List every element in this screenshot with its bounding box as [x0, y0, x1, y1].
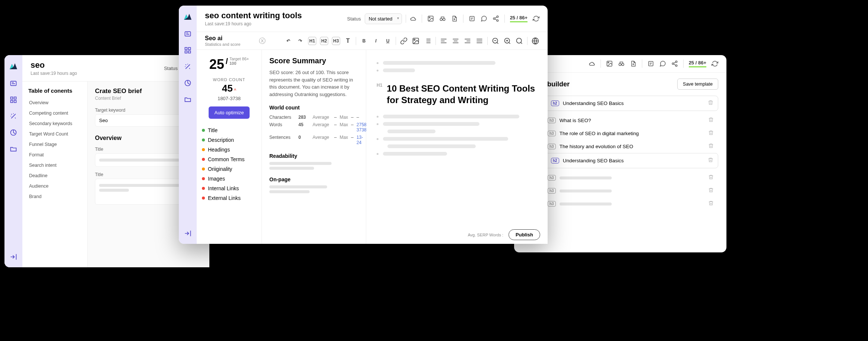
trash-icon[interactable]	[708, 117, 714, 124]
h3-button[interactable]: H3	[332, 37, 340, 45]
login-icon[interactable]	[184, 230, 191, 237]
zoom-out-icon[interactable]	[491, 37, 500, 45]
list-icon[interactable]	[424, 37, 432, 45]
cloud-icon[interactable]	[589, 60, 595, 67]
chart-icon[interactable]	[10, 129, 17, 136]
italic-button[interactable]: I	[372, 37, 380, 45]
auto-optimize-button[interactable]: Auto optimize	[209, 106, 250, 119]
comment-icon[interactable]	[659, 60, 666, 67]
toc-item[interactable]: Audience	[26, 181, 83, 191]
add-doc-icon[interactable]	[630, 60, 637, 67]
outline-h3-row[interactable]: ⋮⋮h3The role of SEO in digital marketing	[522, 127, 718, 140]
zoom-reset-icon[interactable]	[515, 37, 523, 45]
image-icon[interactable]	[606, 60, 613, 67]
h1-tag: H1	[377, 83, 382, 88]
outline-h3-row[interactable]: ⋮⋮h3	[522, 171, 718, 184]
refresh-icon[interactable]	[712, 60, 718, 67]
align-center-icon[interactable]	[452, 37, 460, 45]
editor-panel[interactable]: H1 10 Best SEO Content Writing Tools for…	[366, 50, 548, 244]
trash-icon[interactable]	[708, 130, 714, 137]
grid-icon[interactable]	[184, 47, 191, 54]
close-icon[interactable]: ⓧ	[259, 36, 266, 45]
globe-icon[interactable]	[531, 37, 539, 45]
svg-point-21	[414, 39, 415, 40]
outline-h3-row[interactable]: ⋮⋮h3	[522, 184, 718, 197]
chart-icon[interactable]	[184, 79, 191, 87]
check-item[interactable]: Title	[202, 125, 256, 135]
h2-button[interactable]: H2	[320, 37, 328, 45]
outline-h2-row[interactable]: ⋮⋮h2Understanding SEO Basics	[522, 153, 718, 168]
status-select[interactable]: Not started	[365, 13, 402, 24]
trash-icon[interactable]	[708, 187, 714, 194]
check-item[interactable]: Images	[202, 174, 256, 184]
toc-item[interactable]: Format	[26, 150, 83, 160]
h1-button[interactable]: H1	[308, 37, 316, 45]
trash-icon[interactable]	[708, 174, 714, 181]
check-item[interactable]: Internal Links	[202, 184, 256, 193]
outline-h3-row[interactable]: ⋮⋮h3The history and evolution of SEO	[522, 140, 718, 153]
outline-h2-row[interactable]: ⋮⋮h2Understanding SEO Basics	[522, 96, 718, 111]
outline-h3-row[interactable]: ⋮⋮h3What is SEO?	[522, 114, 718, 127]
cloud-icon[interactable]	[410, 15, 416, 22]
toc-item[interactable]: Overview	[26, 98, 83, 108]
note-icon[interactable]	[647, 60, 654, 67]
brief-icon[interactable]	[184, 30, 191, 38]
outline-h3-row[interactable]: ⋮⋮h3	[522, 197, 718, 210]
image-icon[interactable]	[427, 15, 434, 22]
doc-title: seo content writing tools	[205, 11, 302, 20]
save-template-button[interactable]: Save template	[677, 79, 718, 90]
svg-rect-4	[14, 101, 16, 103]
toc-title: Table of conents	[26, 87, 83, 94]
toc-item[interactable]: Funnel Stage	[26, 139, 83, 150]
bold-button[interactable]: B	[360, 37, 368, 45]
toc-item[interactable]: Competing content	[26, 108, 83, 118]
trash-icon[interactable]	[708, 157, 713, 164]
check-item[interactable]: External Links	[202, 193, 256, 203]
trash-icon[interactable]	[708, 143, 714, 150]
summary-panel: Score Summary SEO score: 26 out of 100. …	[262, 50, 366, 244]
folder-icon[interactable]	[10, 145, 17, 153]
toc-item[interactable]: Brand	[26, 191, 83, 202]
document-h1[interactable]: 10 Best SEO Content Writing Tools for St…	[387, 83, 537, 106]
magic-icon[interactable]	[184, 63, 191, 70]
summary-title: Score Summary	[269, 57, 358, 65]
image-insert-icon[interactable]	[412, 37, 420, 45]
share-icon[interactable]	[492, 15, 499, 22]
note-icon[interactable]	[469, 15, 475, 22]
svg-point-27	[608, 62, 609, 63]
grid-icon[interactable]	[10, 96, 17, 103]
undo-icon[interactable]: ↶	[284, 37, 292, 45]
share-icon[interactable]	[671, 60, 678, 67]
check-item[interactable]: Oriiginality	[202, 164, 256, 174]
add-doc-icon[interactable]	[451, 15, 458, 22]
link-icon[interactable]	[400, 37, 408, 45]
check-item[interactable]: Headings	[202, 145, 256, 154]
publish-button[interactable]: Publish	[509, 229, 540, 240]
align-right-icon[interactable]	[463, 37, 472, 45]
folder-icon[interactable]	[184, 96, 191, 103]
toc-item[interactable]: Target Word Count	[26, 129, 83, 139]
toc-item[interactable]: Deadline	[26, 170, 83, 181]
align-justify-icon[interactable]	[475, 37, 484, 45]
trash-icon[interactable]	[708, 100, 713, 107]
toc-item[interactable]: Search intent	[26, 160, 83, 170]
binoculars-icon[interactable]	[439, 15, 446, 22]
metric-row: Sentences0Average–Max–13-24	[269, 134, 358, 146]
login-icon[interactable]	[10, 253, 17, 261]
align-left-icon[interactable]	[440, 37, 448, 45]
binoculars-icon[interactable]	[618, 60, 625, 67]
underline-button[interactable]: U	[384, 37, 392, 45]
toc-item[interactable]: Secondary keywords	[26, 118, 83, 129]
brief-icon[interactable]	[10, 80, 17, 87]
onpage-heading: On-page	[269, 176, 358, 182]
redo-icon[interactable]: ↷	[296, 37, 304, 45]
refresh-icon[interactable]	[533, 15, 539, 22]
zoom-in-icon[interactable]	[503, 37, 511, 45]
magic-icon[interactable]	[10, 112, 17, 120]
summary-text: SEO score: 26 out of 100. This score rep…	[269, 69, 358, 98]
text-button[interactable]: T	[344, 37, 352, 45]
check-item[interactable]: Description	[202, 135, 256, 145]
check-item[interactable]: Common Terms	[202, 154, 256, 164]
comment-icon[interactable]	[481, 15, 487, 22]
trash-icon[interactable]	[708, 200, 714, 207]
